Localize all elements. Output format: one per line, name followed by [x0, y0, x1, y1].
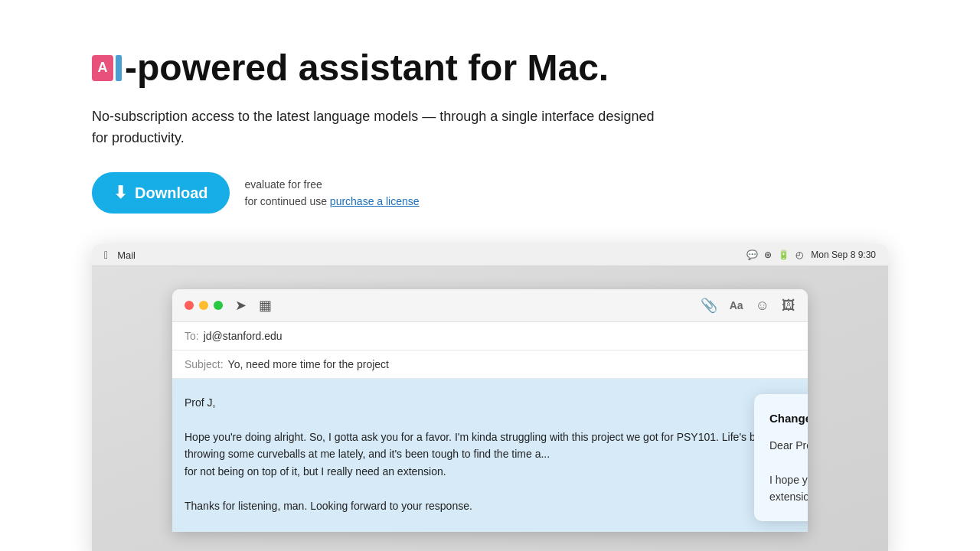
emoji-icon[interactable]: ☺ — [756, 298, 769, 314]
body-closing: Thanks for listening, man. Looking forwa… — [185, 497, 795, 514]
logo-i-bar — [116, 55, 122, 81]
to-label: To: — [185, 330, 199, 342]
ai-suggestion-title: Change tone to professional — [769, 409, 808, 428]
logo-a-box: A — [92, 55, 113, 81]
toolbar-left: ➤ ▦ — [185, 297, 272, 314]
purchase-link[interactable]: purchase a license — [330, 195, 420, 207]
font-icon[interactable]: Aa — [730, 299, 743, 311]
download-icon: ⬇ — [113, 183, 127, 203]
body-greeting: Prof J, — [185, 394, 795, 411]
page-container: A -powered assistant for Mac. No-subscri… — [0, 0, 980, 551]
email-body[interactable]: Prof J, Hope you're doing alright. So, I… — [172, 379, 808, 532]
subject-field: Subject: Yo, need more time for the proj… — [172, 350, 808, 379]
ai-logo: A — [92, 55, 122, 81]
toolbar-right: 📎 Aa ☺ 🖼 — [701, 297, 795, 314]
title-suffix: -powered assistant for Mac. — [125, 46, 609, 90]
ai-greeting: Dear Professor J, — [769, 437, 808, 454]
download-button[interactable]: ⬇ Download — [92, 172, 230, 214]
body-line1: Hope you're doing alright. So, I gotta a… — [185, 429, 795, 463]
hero-subtitle: No-subscription access to the latest lan… — [92, 106, 674, 150]
wifi-icon: ⊛ — [764, 249, 772, 260]
subject-label: Subject: — [185, 358, 224, 370]
send-icon[interactable]: ➤ — [235, 297, 247, 314]
hero-heading: A -powered assistant for Mac. — [92, 46, 888, 90]
download-area: ⬇ Download evaluate for free for continu… — [92, 172, 888, 214]
license-text: for continued use purchase a license — [245, 193, 420, 210]
chat-icon: 💬 — [746, 249, 758, 260]
evaluate-text: evaluate for free — [245, 176, 420, 193]
download-meta: evaluate for free for continued use purc… — [245, 176, 420, 210]
to-value[interactable]: jd@stanford.edu — [204, 330, 283, 342]
email-body-container: Prof J, Hope you're doing alright. So, I… — [172, 379, 808, 532]
email-toolbar: ➤ ▦ 📎 Aa ☺ 🖼 — [172, 289, 808, 322]
close-button[interactable] — [185, 301, 194, 310]
download-label: Download — [135, 184, 208, 202]
ai-suggestion-body: Dear Professor J, I hope you are well. I… — [769, 437, 808, 506]
screen-icon: ◴ — [795, 249, 803, 260]
subject-value[interactable]: Yo, need more time for the project — [228, 358, 389, 370]
ai-suggestion-panel: Change tone to professional Dear Profess… — [754, 394, 808, 521]
minimize-button[interactable] — [199, 301, 208, 310]
battery-icon: 🔋 — [778, 249, 789, 260]
email-window: ➤ ▦ 📎 Aa ☺ 🖼 To: jd@stanford.edu — [172, 289, 808, 532]
draft-icon[interactable]: ▦ — [259, 297, 272, 314]
app-name: Mail — [117, 249, 136, 261]
apple-icon:  — [104, 249, 108, 261]
image-icon[interactable]: 🖼 — [782, 298, 795, 314]
menubar-icons: 💬 ⊛ 🔋 ◴ — [746, 249, 803, 260]
mac-menubar:  Mail 💬 ⊛ 🔋 ◴ Mon Sep 8 9:30 — [92, 244, 888, 266]
attach-icon[interactable]: 📎 — [701, 297, 717, 314]
to-field: To: jd@stanford.edu — [172, 322, 808, 350]
mac-window:  Mail 💬 ⊛ 🔋 ◴ Mon Sep 8 9:30 — [92, 244, 888, 551]
ai-body: I hope you are well. I am writing to req… — [769, 471, 808, 506]
window-content: ➤ ▦ 📎 Aa ☺ 🖼 To: jd@stanford.edu — [92, 266, 888, 551]
datetime: Mon Sep 8 9:30 — [811, 249, 876, 260]
traffic-lights — [185, 301, 223, 310]
menubar-left:  Mail — [104, 249, 136, 261]
menubar-right: 💬 ⊛ 🔋 ◴ Mon Sep 8 9:30 — [746, 249, 876, 260]
body-line2: for not being on top of it, but I really… — [185, 463, 795, 480]
fullscreen-button[interactable] — [214, 301, 223, 310]
